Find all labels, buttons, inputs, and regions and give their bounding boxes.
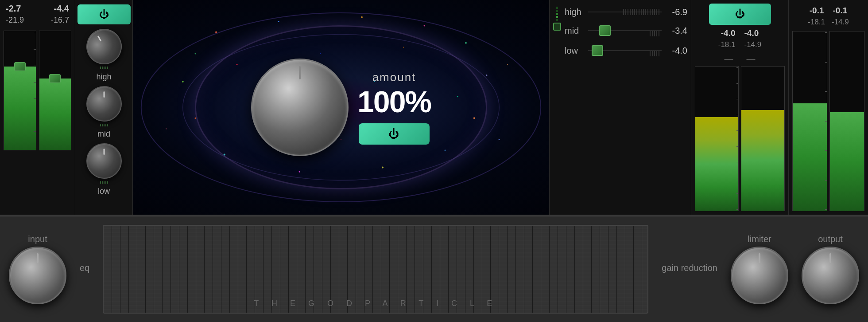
- center-power-button[interactable]: ⏻: [359, 123, 430, 145]
- svg-point-22: [507, 64, 508, 65]
- low-knob[interactable]: [86, 143, 122, 179]
- brand-text: T H E G O D P A R T I C L E: [254, 299, 497, 308]
- amount-display: amount 100% ⏻: [357, 71, 431, 145]
- limiter-knob[interactable]: [731, 247, 788, 304]
- svg-point-24: [166, 128, 167, 129]
- input-meter-readings-bot: -21.9 -16.7: [4, 16, 71, 25]
- knob-tick: [105, 181, 106, 184]
- svg-point-8: [473, 117, 475, 119]
- knob-tick: [102, 67, 103, 69]
- output-reading-bot-left: -18.1: [808, 18, 825, 27]
- dash-left: —: [725, 54, 733, 64]
- gr-mid-row: mid: [565, 24, 687, 37]
- eq-label-section: eq: [80, 263, 89, 275]
- center-power-icon: ⏻: [389, 128, 399, 140]
- gr-low-value: -4.0: [665, 46, 687, 56]
- mid-knob[interactable]: [86, 86, 122, 122]
- low-label: low: [98, 187, 110, 196]
- input-meter-top-left: -2.7: [6, 4, 21, 14]
- svg-point-4: [361, 16, 363, 18]
- knob-tick: [105, 67, 106, 69]
- top-section: -2.7 -4.4 -21.9 -16.7: [0, 0, 868, 216]
- limiter-reading-bot-left: -18.1: [718, 40, 736, 49]
- svg-point-11: [299, 171, 300, 173]
- output-vu-meters: [792, 31, 864, 211]
- svg-point-16: [320, 53, 321, 54]
- output-knob-section: output: [802, 234, 859, 304]
- dash-right: —: [747, 54, 756, 64]
- limiter-reading-top-right: -4.0: [744, 28, 759, 38]
- limiter-top-readings: -4.0 -4.0: [721, 28, 759, 38]
- input-knob-section: input: [9, 234, 66, 304]
- amount-knob[interactable]: [251, 59, 349, 156]
- gr-bands: high: [565, 7, 687, 57]
- gr-handle-indicator[interactable]: [553, 23, 561, 31]
- output-vu-left: [792, 31, 827, 211]
- input-fader-left[interactable]: [14, 62, 26, 71]
- output-panel: -0.1 -0.1 -18.1 -14.9: [788, 0, 868, 215]
- limiter-dashes: — —: [725, 54, 756, 64]
- svg-point-23: [499, 139, 500, 140]
- knob-tick: [107, 181, 108, 184]
- input-meter-top-right: -4.4: [54, 4, 69, 14]
- knob-tick: [102, 181, 103, 184]
- power-icon: ⏻: [99, 9, 109, 20]
- knob-tick: [104, 181, 105, 184]
- limiter-bot-readings: -18.1 -14.9: [718, 40, 762, 49]
- gr-high-slider: [588, 7, 662, 17]
- bottom-section: input eq T H E G O D P A R T I C L E gai…: [0, 216, 868, 322]
- svg-point-15: [236, 64, 238, 65]
- gr-high-value: -6.9: [665, 7, 687, 17]
- output-bot-readings: -18.1 -14.9: [808, 18, 849, 27]
- limiter-reading-top-left: -4.0: [721, 28, 736, 38]
- svg-point-10: [382, 167, 384, 169]
- svg-point-21: [195, 53, 196, 55]
- knob-tick: [107, 67, 108, 69]
- input-fader-right[interactable]: [49, 74, 61, 83]
- input-meter-bot-left: -21.9: [6, 16, 24, 25]
- svg-point-5: [424, 25, 425, 27]
- svg-point-13: [195, 118, 196, 119]
- knob-tick: [100, 67, 101, 69]
- eq-label: eq: [80, 263, 89, 273]
- limiter-vu-meters: [695, 66, 785, 211]
- high-knob[interactable]: [80, 22, 128, 71]
- input-meter-readings-top: -2.7 -4.4: [4, 4, 71, 14]
- gr-mid-handle[interactable]: [599, 25, 611, 36]
- input-panel: -2.7 -4.4 -21.9 -16.7: [0, 0, 75, 215]
- input-knob[interactable]: [9, 247, 66, 304]
- svg-point-12: [224, 153, 225, 155]
- limiter-power-icon: ⏻: [735, 8, 745, 20]
- mid-knob-wrapper: mid: [86, 86, 122, 139]
- svg-point-18: [457, 96, 458, 97]
- output-knob[interactable]: [802, 247, 859, 304]
- svg-point-17: [403, 47, 404, 47]
- gr-high-row: high: [565, 7, 687, 17]
- svg-point-2: [215, 31, 217, 33]
- gr-top-row: high: [553, 4, 687, 59]
- output-reading-top-left: -0.1: [810, 6, 824, 16]
- output-vu-right: [829, 31, 864, 211]
- knob-tick: [102, 124, 103, 126]
- limiter-label: limiter: [748, 234, 771, 244]
- svg-point-7: [486, 75, 488, 76]
- eq-panel: ⏻ high: [75, 0, 133, 215]
- input-label: input: [28, 234, 47, 244]
- limiter-power-button[interactable]: ⏻: [709, 4, 771, 25]
- knob-tick: [107, 124, 108, 126]
- gr-low-label: low: [565, 46, 585, 56]
- gr-mid-slider[interactable]: [588, 24, 662, 37]
- output-reading-top-right: -0.1: [833, 6, 848, 16]
- gr-low-slider[interactable]: [588, 44, 662, 57]
- gr-mid-value: -3.4: [665, 26, 687, 36]
- gain-reduction-label-section: gain reduction: [662, 263, 717, 275]
- gr-low-handle[interactable]: [592, 45, 603, 56]
- svg-point-6: [465, 42, 467, 44]
- amount-value: 100%: [357, 86, 431, 117]
- limiter-panel: ⏻ -4.0 -4.0 -18.1 -14.9 — —: [691, 0, 788, 215]
- output-reading-bot-right: -14.9: [832, 18, 849, 27]
- amount-label: amount: [372, 71, 416, 84]
- input-power-button[interactable]: ⏻: [78, 4, 131, 24]
- input-meter-bot-right: -16.7: [51, 16, 69, 25]
- knob-tick: [104, 124, 105, 126]
